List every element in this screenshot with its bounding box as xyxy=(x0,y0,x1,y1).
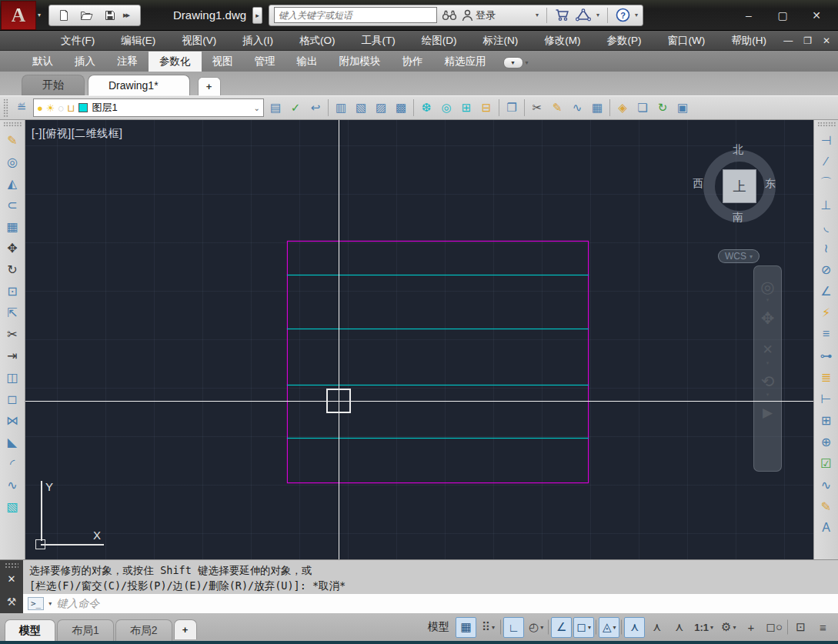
layer-freeze[interactable]: ❆ xyxy=(416,98,436,118)
command-customize-icon[interactable]: ⚒ xyxy=(7,596,17,608)
dim-inspect[interactable]: ☑ xyxy=(816,452,837,474)
mirror[interactable]: ◭ xyxy=(2,172,23,194)
command-history[interactable]: 选择要修剪的对象，或按住 Shift 键选择要延伸的对象，或 [栏选(F)/窗交… xyxy=(23,560,838,594)
separator[interactable] xyxy=(548,619,549,635)
panel-extra[interactable]: ▣ xyxy=(673,98,693,118)
command-prompt-caret-icon[interactable]: ▾ xyxy=(48,600,52,607)
menu-item[interactable]: 文件(F) xyxy=(48,34,108,48)
layer-match[interactable]: ✓ xyxy=(285,98,305,118)
break[interactable]: ◻ xyxy=(2,388,23,409)
doc-minimize-button[interactable]: — xyxy=(783,35,793,46)
annotation-window[interactable]: ❏ xyxy=(633,98,653,118)
trim[interactable]: ✂ xyxy=(2,323,23,345)
isolate-objects[interactable]: ◻○ xyxy=(763,617,786,638)
menu-item[interactable]: 格式(O) xyxy=(286,34,349,48)
ribbon-tab[interactable]: 管理 xyxy=(244,52,286,72)
layer-on-icon[interactable]: ● xyxy=(37,102,43,114)
dim-continue[interactable]: ⊶ xyxy=(816,345,837,366)
fillet[interactable]: ◜ xyxy=(2,452,23,474)
layer-vp-override[interactable]: ▩ xyxy=(391,98,411,118)
rotate[interactable]: ↻ xyxy=(2,259,23,280)
annotation-edit[interactable]: ◈ xyxy=(613,98,633,118)
dim-jogged-linear[interactable]: ∿ xyxy=(816,474,837,496)
command-close-icon[interactable]: ✕ xyxy=(8,573,16,585)
command-input-placeholder[interactable]: 键入命令 xyxy=(56,597,99,611)
object-snap[interactable]: ◻ xyxy=(573,617,594,638)
ribbon-minimize-button[interactable]: ▼ ▾ xyxy=(503,57,529,72)
command-prompt-icon[interactable]: >_ xyxy=(28,597,44,610)
new-layout-button[interactable]: + xyxy=(174,619,197,639)
ribbon-tab[interactable]: 插入 xyxy=(64,52,106,72)
menu-item[interactable]: 视图(V) xyxy=(169,34,229,48)
add-status-item[interactable]: + xyxy=(740,617,761,638)
dim-jogged[interactable]: ≀ xyxy=(816,237,837,259)
dim-arc-length[interactable]: ⌒ xyxy=(816,172,837,194)
doc-restore-button[interactable]: ❐ xyxy=(803,35,812,46)
layer-previous[interactable]: ↩ xyxy=(305,98,326,118)
command-input-row[interactable]: >_ ▾ 键入命令 xyxy=(23,594,838,613)
menu-item[interactable]: 工具(T) xyxy=(349,34,409,48)
copy[interactable]: ◎ xyxy=(2,151,23,172)
extend[interactable]: ⇥ xyxy=(2,345,23,366)
app-menu-button[interactable]: A xyxy=(1,1,36,30)
layer-dropdown[interactable]: ● ☀ ◌ ⊔ 图层1 ⌄ xyxy=(33,98,264,117)
cyan-horizontal-line[interactable] xyxy=(287,329,589,329)
app-store-button[interactable] xyxy=(555,8,570,22)
edit-array[interactable]: ▦ xyxy=(587,98,607,118)
separator[interactable] xyxy=(787,619,789,635)
layer-color-swatch[interactable] xyxy=(78,103,88,112)
layer-properties-button[interactable]: ≝ xyxy=(12,98,32,118)
offset[interactable]: ⊂ xyxy=(2,194,23,215)
chamfer[interactable]: ◣ xyxy=(2,431,23,452)
menu-item[interactable]: 帮助(H) xyxy=(718,34,780,48)
signin-caret-icon[interactable]: ▾ xyxy=(536,12,539,18)
model-space-label[interactable]: 模型 xyxy=(428,620,449,634)
polar-tracking[interactable]: ◴ xyxy=(526,617,546,638)
dim-break[interactable]: ⊢ xyxy=(816,388,837,409)
layer-thaw-icon[interactable]: ☀ xyxy=(46,102,55,114)
trim-hatch[interactable]: ✂ xyxy=(527,98,547,118)
object-snap-tracking[interactable]: ◬ xyxy=(599,617,619,638)
ribbon-tab[interactable]: 精选应用 xyxy=(434,52,497,72)
auto-annotation-scale[interactable]: ⋏ xyxy=(646,617,667,638)
dim-ordinate[interactable]: ⊥ xyxy=(816,194,837,215)
doc-close-button[interactable]: ✕ xyxy=(823,35,830,46)
annotation-scale-flyout[interactable]: ⋏ xyxy=(669,617,689,638)
layer-walk[interactable]: ▨ xyxy=(371,98,391,118)
layout-tab[interactable]: 布局1 xyxy=(57,619,114,641)
blend-curves[interactable]: ∿ xyxy=(2,474,23,496)
cyan-horizontal-line[interactable] xyxy=(287,385,589,385)
ribbon-tab[interactable]: 参数化 xyxy=(149,52,202,72)
layout-tab[interactable]: 模型 xyxy=(5,619,55,641)
search-input[interactable] xyxy=(274,7,437,23)
save-file-button[interactable] xyxy=(100,7,120,24)
new-drawing-tab-button[interactable]: + xyxy=(198,77,221,95)
ribbon-tab[interactable]: 协作 xyxy=(392,52,434,72)
help-caret-icon[interactable]: ▾ xyxy=(635,12,638,18)
layer-dropdown-caret-icon[interactable]: ⌄ xyxy=(254,104,260,112)
menu-item[interactable]: 标注(N) xyxy=(470,34,532,48)
stretch[interactable]: ⇱ xyxy=(2,302,23,323)
dim-text-edit[interactable]: A xyxy=(816,517,837,539)
toolbar-grip[interactable] xyxy=(3,122,22,127)
toolbar-grip[interactable] xyxy=(3,98,8,117)
move[interactable]: ✥ xyxy=(2,237,23,259)
dim-linear[interactable]: ⊣ xyxy=(816,129,837,151)
menu-item[interactable]: 插入(I) xyxy=(229,34,286,48)
ortho-mode[interactable]: ∟ xyxy=(503,617,524,638)
break-at-point[interactable]: ◫ xyxy=(2,366,23,388)
customization[interactable]: ⚙ xyxy=(718,617,739,638)
dim-radius[interactable]: ◟ xyxy=(816,215,837,237)
separator[interactable] xyxy=(500,619,502,635)
ribbon-tab[interactable]: 默认 xyxy=(22,52,64,72)
file-tab[interactable]: 开始 xyxy=(22,75,85,95)
help-button[interactable]: ? xyxy=(616,8,630,22)
command-grip[interactable] xyxy=(5,562,18,569)
menu-item[interactable]: 参数(P) xyxy=(594,34,655,48)
dim-angular[interactable]: ∠ xyxy=(816,280,837,302)
signin-button[interactable]: 登录 xyxy=(462,8,496,22)
dim-aligned[interactable]: ∕ xyxy=(816,151,837,172)
ribbon-tab[interactable]: 注释 xyxy=(106,52,149,72)
layer-off[interactable]: ◎ xyxy=(436,98,456,118)
file-tab[interactable]: Drawing1* xyxy=(88,75,190,95)
